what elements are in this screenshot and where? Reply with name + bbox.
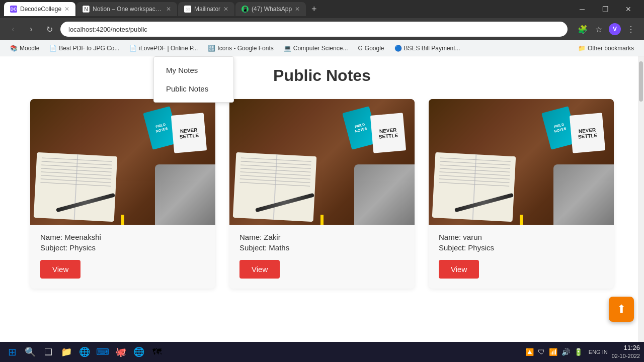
notebook-line bbox=[440, 161, 511, 165]
chrome2-taskbar-button[interactable]: 🌐 bbox=[131, 344, 147, 360]
dropdown-my-notes[interactable]: My Notes bbox=[154, 61, 233, 79]
volume-tray-icon[interactable]: 🔊 bbox=[561, 348, 570, 356]
laptop-3 bbox=[553, 164, 614, 225]
forward-button[interactable]: › bbox=[24, 22, 38, 36]
profile-button[interactable]: V bbox=[608, 22, 622, 36]
bookmark-button[interactable]: ☆ bbox=[592, 22, 606, 36]
tab-title-decodecollege: DecodeCollege bbox=[20, 6, 61, 13]
taskbar-left: ⊞ 🔍 ❑ 📁 🌐 ⌨ 🐙 🌐 🗺 bbox=[4, 344, 165, 360]
url-bar[interactable]: localhost:4200/notes/public bbox=[60, 22, 568, 37]
tab-close-notion[interactable]: ✕ bbox=[166, 6, 171, 13]
card-image-3: FIELDNOTES NEVERSETTLE bbox=[429, 99, 614, 225]
back-button[interactable]: ‹ bbox=[6, 22, 20, 36]
maximize-button[interactable]: ❐ bbox=[594, 0, 617, 18]
yellow-accent-2 bbox=[320, 215, 324, 225]
tab-favicon-dc: DC bbox=[10, 6, 17, 13]
bookmark-cs-label: Computer Science... bbox=[293, 45, 348, 52]
system-tray: 🔼 🛡 📶 🔊 🔋 bbox=[525, 348, 583, 356]
bookmark-ilovepdf-icon: 📄 bbox=[129, 45, 137, 52]
scroll-to-top-button[interactable]: ⬆ bbox=[609, 297, 634, 322]
github-taskbar-button[interactable]: 🐙 bbox=[113, 344, 129, 360]
tray-expand-icon[interactable]: 🔼 bbox=[525, 348, 534, 356]
profile-avatar: V bbox=[609, 23, 621, 35]
windows-start-button[interactable]: ⊞ bbox=[4, 344, 20, 360]
language-indicator: ENG IN bbox=[589, 349, 608, 355]
scrollbar[interactable] bbox=[638, 56, 644, 342]
battery-tray-icon[interactable]: 🔋 bbox=[574, 348, 583, 356]
bookmark-moodle[interactable]: 📚 Moodle bbox=[6, 44, 43, 53]
tab-mailinator[interactable]: ✉ Mailinator ✕ bbox=[178, 2, 234, 16]
bookmark-pdf-jpg[interactable]: 📄 Best PDF to JPG Co... bbox=[45, 44, 123, 53]
card-name-1: Name: Meenakshi bbox=[40, 233, 205, 241]
notebook-line bbox=[439, 175, 510, 179]
tab-title-mailinator: Mailinator bbox=[194, 6, 220, 13]
view-button-3[interactable]: View bbox=[439, 260, 479, 279]
bookmark-pdf-jpg-label: Best PDF to JPG Co... bbox=[59, 45, 119, 52]
task-view-button[interactable]: ❑ bbox=[40, 344, 56, 360]
tab-title-notion: Notion – One workspace. Every t… bbox=[93, 6, 163, 13]
notebook-line bbox=[42, 161, 112, 165]
never-settle-card-2: NEVERSETTLE bbox=[370, 113, 406, 153]
close-button[interactable]: ✕ bbox=[617, 0, 640, 18]
security-tray-icon[interactable]: 🛡 bbox=[538, 348, 545, 356]
bookmark-bses-label: BSES Bill Payment... bbox=[404, 45, 460, 52]
scrollbar-thumb[interactable] bbox=[639, 61, 643, 102]
vscode-taskbar-button[interactable]: ⌨ bbox=[95, 344, 111, 360]
refresh-button[interactable]: ↻ bbox=[42, 22, 56, 36]
other-bookmarks-label: Other bookmarks bbox=[588, 45, 634, 52]
toolbar-icons: 🧩 ☆ V ⋮ bbox=[576, 22, 638, 36]
bookmark-bses[interactable]: 🔵 BSES Bill Payment... bbox=[390, 44, 464, 53]
notebook-line bbox=[240, 164, 311, 168]
card-name-2: Name: Zakir bbox=[239, 233, 405, 241]
notebook-line bbox=[439, 171, 510, 175]
laptop-2 bbox=[354, 164, 415, 225]
dropdown-public-notes[interactable]: Public Notes bbox=[154, 79, 233, 98]
card-subject-3: Subject: Physics bbox=[439, 243, 604, 252]
notebook-line bbox=[440, 164, 510, 168]
note-card-2: FIELDNOTES NEVERSETTLE bbox=[229, 99, 415, 289]
new-tab-button[interactable]: + bbox=[307, 2, 321, 16]
laptop-1 bbox=[155, 164, 215, 225]
main-content: Public Notes FIELDNOTES NEVERSETTLE bbox=[0, 56, 644, 342]
language-text: ENG IN bbox=[589, 349, 608, 355]
file-explorer-button[interactable]: 📁 bbox=[58, 344, 74, 360]
bookmark-icons-fonts[interactable]: 🔠 Icons - Google Fonts bbox=[204, 44, 277, 53]
card-image-inner-1: FIELDNOTES NEVERSETTLE bbox=[30, 99, 215, 225]
other-bookmarks[interactable]: 📁 Other bookmarks bbox=[574, 44, 638, 53]
minimize-button[interactable]: ─ bbox=[571, 0, 594, 18]
scroll-top-icon: ⬆ bbox=[617, 303, 626, 316]
tab-whatsapp[interactable]: 📱 (47) WhatsApp ✕ bbox=[235, 2, 306, 16]
card-info-1: Name: Meenakshi Subject: Physics View bbox=[30, 225, 215, 289]
search-taskbar-button[interactable]: 🔍 bbox=[22, 344, 38, 360]
tab-decodecollege[interactable]: DC DecodeCollege ✕ bbox=[4, 2, 75, 16]
view-button-1[interactable]: View bbox=[40, 260, 80, 279]
notebook-lines-2 bbox=[239, 157, 311, 189]
dropdown-menu: My Notes Public Notes bbox=[153, 56, 234, 103]
notebook-line bbox=[41, 178, 111, 183]
view-button-2[interactable]: View bbox=[239, 260, 280, 279]
network-tray-icon[interactable]: 📶 bbox=[549, 348, 557, 356]
bookmark-google-label: Google bbox=[365, 45, 384, 52]
maps-taskbar-button[interactable]: 🗺 bbox=[149, 344, 165, 360]
bookmark-moodle-icon: 📚 bbox=[10, 45, 18, 52]
window-controls: ─ ❐ ✕ bbox=[571, 0, 640, 18]
bookmark-google[interactable]: G Google bbox=[354, 44, 388, 53]
taskbar: ⊞ 🔍 ❑ 📁 🌐 ⌨ 🐙 🌐 🗺 🔼 🛡 📶 🔊 🔋 ENG IN 11:26… bbox=[0, 342, 644, 362]
tab-close-decodecollege[interactable]: ✕ bbox=[64, 6, 69, 13]
cards-grid: FIELDNOTES NEVERSETTLE bbox=[30, 99, 614, 289]
bookmark-computer-science[interactable]: 💻 Computer Science... bbox=[280, 44, 352, 53]
bookmark-moodle-label: Moodle bbox=[20, 45, 39, 52]
bookmark-ilovepdf[interactable]: 📄 iLovePDF | Online P... bbox=[125, 44, 202, 53]
tab-favicon-whatsapp: 📱 bbox=[242, 6, 249, 13]
notebook-line bbox=[42, 157, 112, 161]
notebook-line bbox=[439, 178, 510, 183]
menu-button[interactable]: ⋮ bbox=[624, 22, 638, 36]
tab-close-whatsapp[interactable]: ✕ bbox=[295, 6, 300, 13]
extensions-button[interactable]: 🧩 bbox=[576, 22, 590, 36]
bookmark-cs-icon: 💻 bbox=[284, 45, 291, 52]
card-subject-2: Subject: Maths bbox=[239, 243, 405, 252]
bookmark-pdf-jpg-icon: 📄 bbox=[49, 45, 57, 52]
tab-close-mailinator[interactable]: ✕ bbox=[223, 6, 228, 13]
tab-notion[interactable]: N Notion – One workspace. Every t… ✕ bbox=[76, 2, 177, 16]
chrome-taskbar-button[interactable]: 🌐 bbox=[76, 344, 93, 360]
